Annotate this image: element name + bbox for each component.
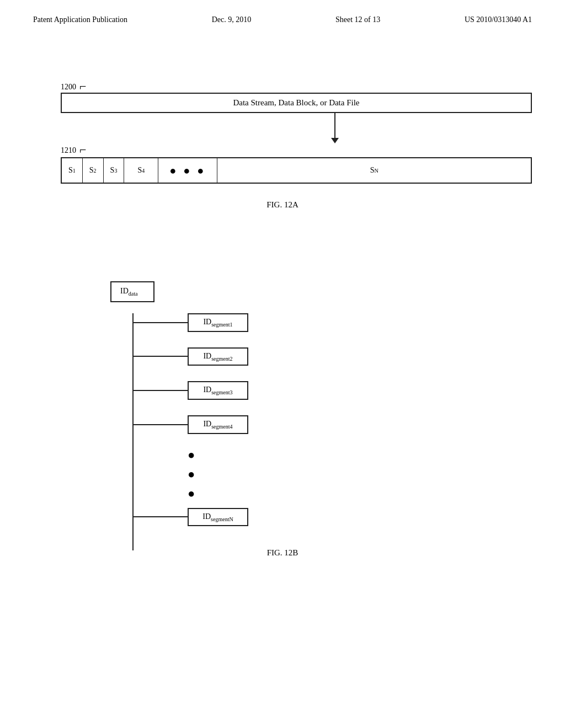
header-left: Patent Application Publication	[33, 15, 127, 24]
arrow-down	[331, 113, 339, 146]
id-segment2-box: IDsegment2	[188, 347, 248, 366]
header-patent: US 2010/0313040 A1	[465, 15, 532, 24]
id-segment3-box: IDsegment3	[188, 381, 248, 400]
segment-dots: ● ● ●	[158, 158, 217, 183]
arrow-head	[331, 138, 339, 143]
label-1200: 1200	[61, 83, 76, 92]
horiz-line-4	[132, 424, 188, 425]
tree-dots: ● ● ●	[110, 445, 532, 504]
id-segmentn-box: IDsegmentN	[188, 508, 248, 527]
data-stream-label: Data Stream, Data Block, or Data File	[233, 98, 359, 107]
id-segment4-box: IDsegment4	[188, 415, 248, 434]
id-segment1-box: IDsegment1	[188, 313, 248, 332]
label-1210: 1210	[61, 146, 76, 155]
horiz-line-3	[132, 390, 188, 391]
horiz-line-1	[132, 322, 188, 323]
segment-s1: S1	[62, 158, 83, 183]
brace-1210: ⌐	[79, 145, 86, 155]
segment-s2: S2	[83, 158, 104, 183]
fig12a-section: 1200 ⌐ Data Stream, Data Block, or Data …	[33, 83, 532, 210]
fig12b-section: IDdata IDsegment1 IDsegment2 IDsegm	[110, 281, 532, 558]
horiz-line-2	[132, 356, 188, 357]
segment-sn: SN	[217, 158, 531, 183]
segment-s4: S4	[124, 158, 158, 183]
segments-box: S1 S2 S3 S4 ● ● ● SN	[61, 157, 532, 184]
id-data-box: IDdata	[110, 281, 154, 302]
data-stream-box: Data Stream, Data Block, or Data File	[61, 93, 532, 113]
tree-row-4: IDsegment4	[110, 415, 532, 434]
arrow-down-container	[61, 113, 532, 146]
header-sheet: Sheet 12 of 13	[335, 15, 380, 24]
header-date: Dec. 9, 2010	[212, 15, 252, 24]
fig12a-caption: FIG. 12A	[33, 200, 532, 210]
tree-row-2: IDsegment2	[110, 347, 532, 366]
tree-row-n: IDsegmentN	[110, 508, 532, 527]
horiz-line-n	[132, 516, 188, 517]
page-header: Patent Application Publication Dec. 9, 2…	[0, 0, 565, 24]
arrow-line	[334, 113, 335, 138]
segment-s3: S3	[104, 158, 125, 183]
fig12b-caption: FIG. 12B	[33, 548, 532, 558]
tree-row-3: IDsegment3	[110, 381, 532, 400]
brace-1200: ⌐	[79, 82, 86, 92]
tree-row-1: IDsegment1	[110, 313, 532, 332]
